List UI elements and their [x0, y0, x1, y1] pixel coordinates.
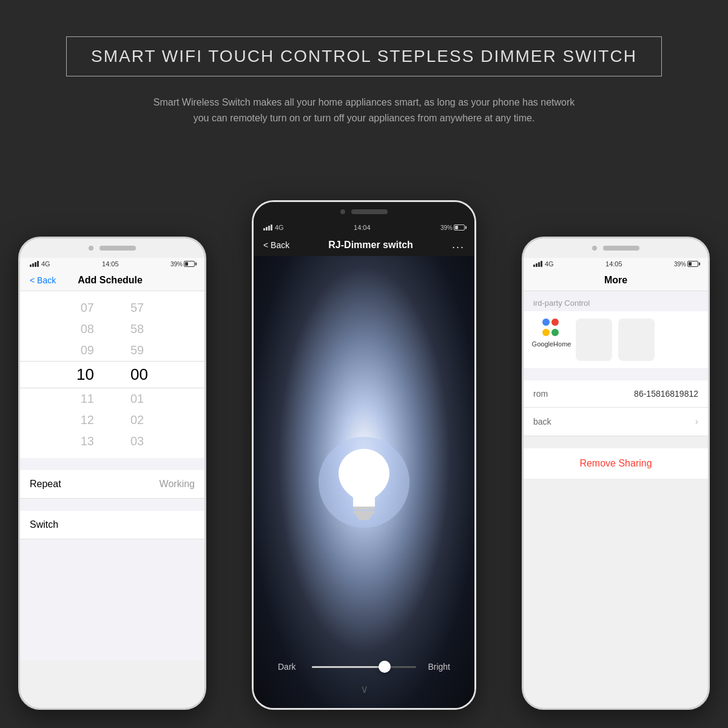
status-bar-right: 4G 14:05 39% — [524, 258, 708, 270]
time-row-selected: 10 00 — [20, 361, 204, 388]
network-type-left: 4G — [41, 260, 50, 268]
speaker-center — [351, 209, 388, 214]
placeholder-icon-1 — [576, 318, 612, 361]
time-right: 14:05 — [605, 260, 622, 268]
section-gap-2 — [20, 499, 204, 511]
dimmer-screen: Dark Bright ∨ — [254, 256, 474, 708]
time-row-07: 0757 — [20, 297, 204, 318]
phone-left: 4G 14:05 39% < Back Add Schedule — [18, 237, 206, 710]
schedule-content: 0757 0858 0959 10 00 1101 — [20, 291, 204, 708]
google-label: GoogleHome — [532, 340, 571, 348]
dark-label: Dark — [278, 662, 302, 672]
time-center: 14:04 — [354, 224, 371, 231]
phone-right: 4G 14:05 39% More ird-party Control — [522, 237, 710, 710]
bright-label: Bright — [426, 662, 450, 672]
slider-thumb[interactable] — [379, 661, 391, 673]
from-label: rom — [533, 389, 548, 399]
subtitle: Smart Wireless Switch makes all your hom… — [121, 95, 607, 126]
from-value: 86-15816819812 — [634, 389, 698, 399]
signal-icon-center — [263, 224, 272, 231]
battery-left: 39% — [170, 261, 195, 268]
phones-container: 4G 14:05 39% < Back Add Schedule — [0, 200, 728, 728]
back-label: back — [533, 417, 551, 426]
repeat-label: Repeat — [30, 479, 61, 490]
time-row-09: 0959 — [20, 340, 204, 361]
nav-bar-left: < Back Add Schedule — [20, 270, 204, 291]
switch-item[interactable]: Switch — [20, 511, 204, 539]
repeat-item[interactable]: Repeat Working — [20, 470, 204, 499]
battery-right: 39% — [674, 261, 698, 268]
back-button-center[interactable]: < Back — [263, 240, 289, 250]
time-row-12: 1202 — [20, 410, 204, 431]
from-row: rom 86-15816819812 — [524, 380, 708, 408]
repeat-value: Working — [160, 479, 195, 490]
svg-rect-2 — [353, 511, 375, 514]
nav-title-center: RJ-Dimmer switch — [289, 240, 452, 251]
chevron-icon: › — [695, 416, 698, 427]
remove-sharing-button[interactable]: Remove Sharing — [524, 448, 708, 479]
camera-dot — [89, 246, 93, 251]
more-button-center[interactable]: ... — [452, 238, 465, 251]
header-section: SMART WIFI TOUCH CONTROL STEPLESS DIMMER… — [0, 0, 728, 138]
brightness-slider[interactable] — [312, 666, 416, 668]
speaker-right — [603, 246, 639, 251]
phone-right-top-bar — [524, 238, 708, 258]
slider-fill — [312, 666, 385, 668]
empty-area-left — [20, 539, 204, 661]
nav-bar-center: < Back RJ-Dimmer switch ... — [254, 234, 474, 256]
nav-bar-right: More — [524, 270, 708, 291]
google-dots — [542, 318, 561, 337]
main-title: SMART WIFI TOUCH CONTROL STEPLESS DIMMER… — [91, 47, 637, 66]
switch-label: Switch — [30, 519, 58, 530]
camera-dot-center — [340, 209, 345, 214]
section-gap-1 — [20, 458, 204, 470]
third-party-header: ird-party Control — [524, 291, 708, 311]
battery-center: 39% — [440, 224, 465, 231]
time-left: 14:05 — [102, 260, 119, 268]
bottom-indicator: ∨ — [360, 682, 368, 696]
dot-green — [551, 329, 559, 336]
google-home-icon[interactable]: GoogleHome — [533, 318, 570, 361]
time-picker: 0757 0858 0959 10 00 1101 — [20, 291, 204, 458]
placeholder-icon-2 — [618, 318, 655, 361]
network-center: 4G — [275, 224, 284, 231]
svg-rect-1 — [353, 507, 375, 510]
camera-dot-right — [592, 246, 597, 251]
signal-icon-right — [533, 261, 542, 267]
phone-center: 4G 14:04 39% < Back RJ-Dimmer switch ... — [252, 200, 476, 710]
third-party-section: GoogleHome — [524, 311, 708, 368]
more-content: ird-party Control GoogleHome — [524, 291, 708, 708]
bulb-icon — [309, 428, 419, 537]
time-row-08: 0858 — [20, 318, 204, 340]
phone-left-top-bar — [20, 238, 204, 258]
time-row-11: 1101 — [20, 388, 204, 410]
section-gap-right — [524, 368, 708, 380]
dot-yellow — [542, 329, 550, 336]
nav-title-left: Add Schedule — [56, 275, 164, 286]
brightness-control: Dark Bright — [254, 662, 474, 672]
time-row-13: 1303 — [20, 431, 204, 452]
dot-blue — [542, 318, 550, 326]
back-button-left[interactable]: < Back — [30, 275, 56, 285]
speaker — [99, 246, 136, 251]
nav-title-right: More — [564, 275, 668, 286]
status-bar-left: 4G 14:05 39% — [20, 258, 204, 270]
dot-red — [551, 318, 559, 326]
phone-center-top-bar — [254, 202, 474, 221]
signal-icon-left — [30, 261, 39, 267]
status-bar-center: 4G 14:04 39% — [254, 221, 474, 234]
back-row[interactable]: back › — [524, 408, 708, 436]
time-picker-scroll[interactable]: 0757 0858 0959 10 00 1101 — [20, 291, 204, 458]
network-right: 4G — [545, 260, 554, 268]
title-box: SMART WIFI TOUCH CONTROL STEPLESS DIMMER… — [66, 36, 662, 76]
